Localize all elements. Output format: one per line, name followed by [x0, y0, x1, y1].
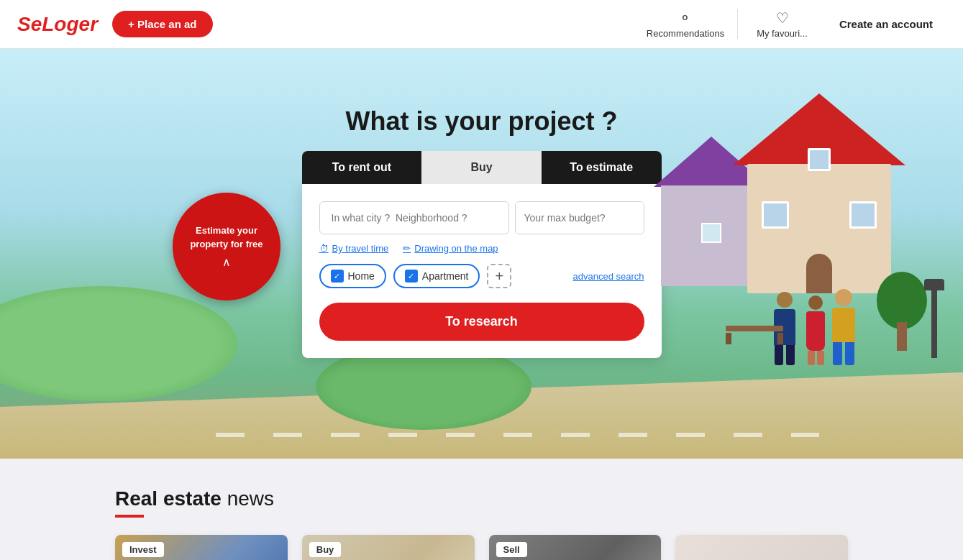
news-card-doc[interactable]: 📋 [675, 535, 848, 560]
tree-top [877, 272, 927, 329]
tab-buy[interactable]: Buy [421, 151, 542, 184]
filter-row: ✓ Home ✓ Apartment + advanced search [319, 264, 644, 288]
travel-links-row: ⏱ By travel time ✏ Drawing on the map [319, 243, 644, 254]
drawing-map-label: Drawing on the map [414, 243, 498, 254]
header-right: ⚬ Recommendations ♡ My favouri... Create… [634, 9, 946, 39]
hero-section: Estimate your property for free ∧ What i… [0, 49, 963, 459]
travel-time-label: By travel time [332, 243, 389, 254]
filter-home[interactable]: ✓ Home [319, 264, 386, 288]
news-section: Real estate news Invest Buy Sell 📋 [0, 459, 963, 560]
news-title: Real estate news [115, 487, 848, 510]
add-filter-button[interactable]: + [487, 264, 511, 288]
tab-estimate[interactable]: To estimate [542, 151, 662, 184]
page-title: What is your project ? [302, 106, 662, 137]
lamp-head [924, 279, 944, 290]
estimate-circle-text: Estimate your property for free [180, 224, 273, 250]
search-panel: € ⏱ By travel time ✏ Drawing on the map … [302, 184, 662, 358]
logo[interactable]: SeLoger [17, 13, 98, 36]
project-tabs: To rent out Buy To estimate [302, 151, 662, 184]
news-title-suffix: news [222, 487, 274, 510]
city-neighborhood-input[interactable] [319, 201, 509, 234]
apartment-filter-label: Apartment [422, 270, 469, 282]
house-body [747, 164, 891, 293]
heart-icon: ♡ [776, 9, 789, 27]
tree [877, 272, 927, 351]
person-3 [832, 289, 855, 365]
house-main [747, 106, 891, 293]
create-account-button[interactable]: Create an account [826, 18, 946, 30]
favourites-nav[interactable]: ♡ My favouri... [744, 9, 821, 39]
lamp-post [931, 286, 937, 358]
house-door [806, 254, 832, 293]
news-badge-invest: Invest [122, 542, 164, 557]
drawing-map-link[interactable]: ✏ Drawing on the map [403, 243, 498, 254]
news-grid: Invest Buy Sell 📋 [115, 535, 848, 560]
news-badge-sell: Sell [496, 542, 527, 557]
home-checkbox-icon: ✓ [331, 270, 344, 283]
news-title-bold: Real estate [115, 487, 222, 510]
people-group [774, 289, 855, 365]
recommendations-icon: ⚬ [679, 9, 691, 27]
estimate-circle[interactable]: Estimate your property for free ∧ [173, 193, 280, 300]
house-window-top [808, 148, 831, 171]
clock-icon: ⏱ [319, 243, 329, 254]
news-card-buy[interactable]: Buy [302, 535, 475, 560]
budget-input[interactable] [516, 202, 644, 234]
budget-input-wrap: € [515, 201, 644, 234]
search-input-row: € [319, 201, 644, 234]
house2-body [661, 185, 762, 286]
pencil-icon: ✏ [403, 243, 411, 254]
hill-left [0, 286, 237, 401]
favourites-label: My favouri... [757, 28, 808, 39]
apartment-checkbox-icon: ✓ [405, 270, 418, 283]
news-card-image-sell: Sell [489, 535, 662, 560]
house2-window [701, 223, 721, 243]
search-button[interactable]: To research [319, 303, 644, 341]
news-card-invest[interactable]: Invest [115, 535, 288, 560]
place-ad-button[interactable]: + Place an ad [112, 11, 212, 37]
house-window-left [762, 201, 789, 229]
recommendations-label: Recommendations [647, 28, 724, 39]
home-filter-label: Home [348, 270, 375, 282]
house-window-right [849, 201, 877, 229]
main-panel: What is your project ? To rent out Buy T… [302, 106, 662, 358]
house-illustration [647, 85, 949, 408]
filter-apartment[interactable]: ✓ Apartment [393, 264, 480, 288]
road-stripe [216, 433, 819, 437]
estimate-circle-arrow: ∧ [222, 255, 231, 269]
travel-time-link[interactable]: ⏱ By travel time [319, 243, 389, 254]
tree-trunk [897, 322, 907, 351]
header: SeLoger + Place an ad ⚬ Recommendations … [0, 0, 963, 49]
news-badge-buy: Buy [309, 542, 342, 557]
news-card-image-buy: Buy [302, 535, 475, 560]
bench [726, 318, 783, 340]
tab-rent-out[interactable]: To rent out [302, 151, 422, 184]
recommendations-nav[interactable]: ⚬ Recommendations [634, 9, 738, 39]
header-left: SeLoger + Place an ad [17, 11, 213, 37]
news-accent-line [115, 515, 144, 518]
news-card-image-doc: 📋 [675, 535, 848, 560]
news-card-sell[interactable]: Sell [489, 535, 662, 560]
news-card-image-invest: Invest [115, 535, 288, 560]
advanced-search-link[interactable]: advanced search [572, 271, 644, 282]
person-2 [806, 295, 825, 365]
